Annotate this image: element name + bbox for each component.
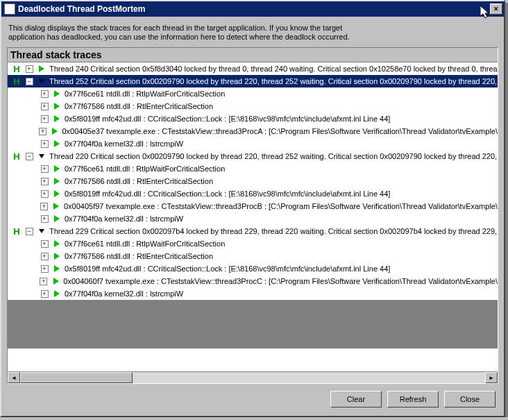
- expander-button[interactable]: +: [38, 90, 51, 98]
- stack-frame-label: 0x00405e37 tvexample.exe : CTeststakView…: [61, 127, 498, 135]
- horizontal-scrollbar[interactable]: ◄ ►: [8, 371, 498, 383]
- expander-button[interactable]: −: [23, 153, 35, 160]
- clear-button[interactable]: Clear: [330, 391, 382, 408]
- play-icon: [51, 253, 63, 260]
- expander-button[interactable]: +: [38, 178, 51, 185]
- stack-frame-row[interactable]: +0x00405e37 tvexample.exe : CTeststakVie…: [8, 125, 498, 137]
- thread-marker-icon: H: [10, 76, 23, 87]
- expander-button[interactable]: +: [38, 103, 51, 110]
- expander-button[interactable]: −: [23, 78, 35, 85]
- play-icon: [51, 103, 63, 110]
- stack-frame-label: 0x00405f97 tvexample.exe : CTeststakView…: [62, 202, 498, 210]
- play-icon: [51, 165, 63, 172]
- stack-frame-label: 0x5f8019ff mfc42ud.dll : CCriticalSectio…: [63, 115, 390, 123]
- close-icon[interactable]: ✕: [490, 3, 502, 15]
- thread-marker-icon: H: [10, 226, 23, 237]
- play-icon: [51, 90, 63, 97]
- expander-button[interactable]: +: [38, 190, 51, 198]
- expander-button[interactable]: −: [23, 228, 35, 235]
- stack-trace-panel: Thread stack traces H+Thread 240 Critica…: [7, 47, 498, 384]
- scroll-left-button[interactable]: ◄: [8, 372, 20, 383]
- play-icon: [51, 215, 63, 222]
- thread-header-row[interactable]: H−Thread 252 Critical section 0x00209790…: [8, 75, 498, 87]
- refresh-button[interactable]: Refresh: [387, 391, 439, 408]
- stack-frame-row[interactable]: +0x77f04f0a kernel32.dll : lstrcmpiW: [8, 212, 498, 225]
- empty-area: [8, 300, 498, 348]
- stack-frame-label: 0x77f6ce61 ntdll.dll : RtlpWaitForCritic…: [63, 90, 225, 98]
- stack-frame-row[interactable]: +0x004060f7 tvexample.exe : CTeststakVie…: [8, 275, 498, 287]
- expander-button[interactable]: +: [38, 165, 51, 173]
- stack-frame-label: 0x77f6ce61 ntdll.dll : RtlpWaitForCritic…: [63, 240, 225, 248]
- stack-frame-row[interactable]: +0x77f04f0a kernel32.dll : lstrcmpiW: [8, 287, 498, 300]
- expander-button[interactable]: +: [38, 290, 51, 298]
- app-icon: [4, 3, 15, 15]
- stack-frame-row[interactable]: +0x77f67586 ntdll.dll : RtlEnterCritical…: [8, 175, 498, 187]
- thread-header-row[interactable]: H+Thread 240 Critical section 0x5f8d3040…: [8, 62, 498, 75]
- button-row: Clear Refresh Close: [1, 384, 504, 416]
- play-icon: [49, 128, 60, 135]
- thread-header-label: Thread 229 Critical section 0x002097b4 l…: [48, 227, 497, 235]
- play-icon: [35, 65, 48, 72]
- play-icon: [51, 140, 63, 147]
- thread-header-row[interactable]: H−Thread 220 Critical section 0x00209790…: [8, 150, 498, 162]
- play-icon: [50, 278, 62, 285]
- stack-frame-row[interactable]: +0x77f6ce61 ntdll.dll : RtlpWaitForCriti…: [8, 162, 498, 175]
- stack-frame-row[interactable]: +0x77f6ce61 ntdll.dll : RtlpWaitForCriti…: [8, 87, 498, 100]
- expander-button[interactable]: +: [38, 265, 51, 273]
- stack-frame-row[interactable]: +0x5f8019ff mfc42ud.dll : CCriticalSecti…: [8, 262, 498, 275]
- stack-frame-row[interactable]: +0x77f6ce61 ntdll.dll : RtlpWaitForCriti…: [8, 237, 498, 250]
- titlebar[interactable]: Deadlocked Thread PostMortem ✕: [1, 1, 504, 17]
- panel-title: Thread stack traces: [8, 48, 498, 62]
- stack-frame-row[interactable]: +0x77f04f0a kernel32.dll : lstrcmpiW: [8, 137, 498, 150]
- stack-frame-label: 0x77f67586 ntdll.dll : RtlEnterCriticalS…: [63, 177, 213, 185]
- play-icon: [51, 265, 63, 272]
- stack-frame-row[interactable]: +0x5f8019ff mfc42ud.dll : CCriticalSecti…: [8, 112, 498, 125]
- expander-button[interactable]: +: [23, 65, 35, 73]
- stack-frame-label: 0x77f6ce61 ntdll.dll : RtlpWaitForCritic…: [63, 165, 225, 173]
- play-icon: [51, 290, 63, 297]
- expander-button[interactable]: +: [37, 128, 49, 135]
- desc-line: This dialog displays the stack traces fo…: [8, 24, 497, 33]
- stack-frame-row[interactable]: +0x5f8019ff mfc42ud.dll : CCriticalSecti…: [8, 187, 498, 200]
- scroll-thumb[interactable]: [20, 372, 133, 383]
- stack-frame-label: 0x5f8019ff mfc42ud.dll : CCriticalSectio…: [63, 264, 390, 273]
- stack-frame-row[interactable]: +0x00405f97 tvexample.exe : CTeststakVie…: [8, 200, 498, 212]
- chevron-down-icon: [35, 229, 48, 233]
- close-button[interactable]: Close: [444, 391, 496, 408]
- thread-header-label: Thread 220 Critical section 0x00209790 l…: [48, 152, 497, 160]
- chevron-down-icon: [35, 79, 48, 83]
- thread-header-row[interactable]: H−Thread 229 Critical section 0x002097b4…: [8, 225, 498, 237]
- expander-button[interactable]: +: [38, 140, 51, 148]
- play-icon: [51, 240, 63, 247]
- play-icon: [51, 190, 63, 197]
- dialog-window: Deadlocked Thread PostMortem ✕ This dial…: [0, 0, 505, 417]
- stack-frame-label: 0x004060f7 tvexample.exe : CTeststakView…: [62, 277, 498, 285]
- stack-frame-label: 0x5f8019ff mfc42ud.dll : CCriticalSectio…: [63, 190, 390, 198]
- expander-button[interactable]: +: [38, 115, 51, 123]
- play-icon: [51, 178, 63, 185]
- play-icon: [50, 203, 62, 210]
- chevron-down-icon: [35, 154, 48, 158]
- stack-frame-label: 0x77f04f0a kernel32.dll : lstrcmpiW: [63, 140, 183, 148]
- expander-button[interactable]: +: [38, 240, 51, 248]
- desc-line: application has deadlocked, you can use …: [8, 33, 497, 42]
- expander-button[interactable]: +: [38, 215, 51, 223]
- play-icon: [51, 115, 63, 122]
- dialog-description: This dialog displays the stack traces fo…: [1, 17, 504, 47]
- stack-frame-label: 0x77f67586 ntdll.dll : RtlEnterCriticalS…: [63, 252, 213, 260]
- thread-marker-icon: H: [10, 64, 23, 74]
- expander-button[interactable]: +: [38, 253, 51, 260]
- stack-frame-label: 0x77f04f0a kernel32.dll : lstrcmpiW: [63, 215, 183, 223]
- scroll-right-button[interactable]: ►: [485, 372, 498, 383]
- stack-frame-row[interactable]: +0x77f67586 ntdll.dll : RtlEnterCritical…: [8, 100, 498, 112]
- thread-header-label: Thread 252 Critical section 0x00209790 l…: [48, 77, 497, 85]
- stack-frame-label: 0x77f67586 ntdll.dll : RtlEnterCriticalS…: [63, 102, 213, 110]
- stack-frame-row[interactable]: +0x77f67586 ntdll.dll : RtlEnterCritical…: [8, 250, 498, 262]
- thread-header-label: Thread 240 Critical section 0x5f8d3040 l…: [48, 65, 498, 73]
- window-title: Deadlocked Thread PostMortem: [18, 4, 489, 14]
- thread-marker-icon: H: [10, 151, 23, 162]
- expander-button[interactable]: +: [37, 203, 50, 210]
- expander-button[interactable]: +: [37, 278, 50, 285]
- scroll-track[interactable]: [20, 372, 485, 383]
- tree-view[interactable]: H+Thread 240 Critical section 0x5f8d3040…: [8, 62, 498, 371]
